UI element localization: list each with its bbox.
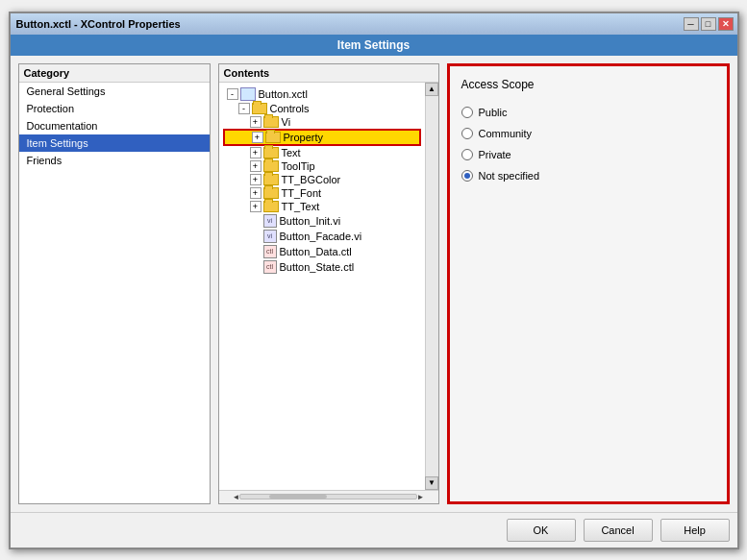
radio-not-specified[interactable]: Not specified [461,170,715,182]
folder-icon-text [263,147,279,158]
category-panel: Category General Settings Protection Doc… [18,63,211,504]
vi-icon-facade: vi [263,230,277,243]
expand-tt-text[interactable]: + [250,201,261,212]
tree-item-button-init[interactable]: vi Button_Init.vi [223,213,421,229]
tree-item-text[interactable]: + Text [223,146,421,159]
tree-label-button-state: Button_State.ctl [280,261,355,273]
minimize-button[interactable]: ─ [684,17,699,31]
category-list: General Settings Protection Documentatio… [19,83,210,503]
contents-panel: Contents - Button.xctl - Controls [218,63,439,504]
radio-label-not-specified: Not specified [479,170,540,182]
access-scope-panel: Access Scope Public Community Private No… [447,63,730,504]
contents-header: Contents [219,64,438,83]
tree-label-text: Text [282,147,301,158]
scrollbar-thumb [269,495,327,499]
tree-item-tt-bgcolor[interactable]: + TT_BGColor [223,173,421,186]
expand-text[interactable]: + [250,147,261,158]
root-icon [240,87,256,101]
ctl-icon-data: ctl [263,245,277,258]
placeholder-init [250,215,261,227]
folder-icon-tt-text [263,201,279,212]
scrollbar-track [239,494,416,499]
tree-item-tooltip[interactable]: + ToolTip [223,159,421,173]
tree-item-tt-text[interactable]: + TT_Text [223,200,421,213]
folder-icon-tt-font [263,187,279,199]
access-scope-radio-group: Public Community Private Not specified [461,107,715,182]
folder-icon-vi [263,116,279,128]
radio-label-community: Community [479,128,533,139]
radio-community[interactable]: Community [461,128,715,139]
tab-header: Item Settings [11,35,737,56]
radio-label-private: Private [479,149,511,160]
placeholder-facade [250,231,261,242]
footer-bar: OK Cancel Help [11,512,737,548]
access-scope-title: Access Scope [461,78,715,91]
category-item-protection[interactable]: Protection [19,100,210,117]
expand-tooltip[interactable]: + [250,160,261,172]
category-item-documentation[interactable]: Documentation [19,117,210,134]
tree-label-controls: Controls [270,103,310,114]
category-item-general[interactable]: General Settings [19,83,210,100]
main-window: Button.xctl - XControl Properties ─ □ ✕ … [9,12,739,549]
tree-horizontal-scrollbar[interactable]: ◄ ► [219,490,438,503]
cancel-button[interactable]: Cancel [584,519,653,542]
tree-label-button-data: Button_Data.ctl [280,246,352,257]
ok-button[interactable]: OK [507,519,576,542]
category-item-item-settings[interactable]: Item Settings [19,134,210,152]
tree-label-tooltip: ToolTip [282,160,315,172]
close-button[interactable]: ✕ [718,17,734,31]
ctl-icon-state: ctl [263,260,277,274]
title-bar-buttons: ─ □ ✕ [684,17,734,31]
scroll-left-button[interactable]: ◄ [233,493,240,501]
tree-item-button-facade[interactable]: vi Button_Facade.vi [223,229,421,244]
tree-area: - Button.xctl - Controls + Vi [219,83,425,490]
expand-tt-font[interactable]: + [250,187,261,199]
vi-icon-init: vi [263,214,277,228]
window-title: Button.xctl - XControl Properties [14,18,181,30]
folder-icon-controls [252,103,267,114]
scroll-track-vertical [426,96,438,476]
expand-vi[interactable]: + [250,116,261,128]
tree-item-vi[interactable]: + Vi [223,115,421,129]
scroll-right-button[interactable]: ► [417,493,425,501]
tree-label-property: Property [284,132,324,143]
placeholder-data [250,246,261,257]
folder-icon-tooltip [263,160,279,172]
tree-label-button-init: Button_Init.vi [280,215,341,227]
expand-controls[interactable]: - [238,103,250,114]
radio-btn-community[interactable] [461,128,473,139]
tab-title: Item Settings [337,38,410,52]
scroll-down-button[interactable]: ▼ [425,476,438,490]
tree-item-property[interactable]: + Property [223,129,421,146]
tree-item-controls[interactable]: - Controls [223,102,421,115]
tree-item-button-data[interactable]: ctl Button_Data.ctl [223,244,421,259]
help-button[interactable]: Help [660,519,730,542]
tree-item-root[interactable]: - Button.xctl [223,86,421,102]
tree-label-tt-text: TT_Text [282,201,320,212]
radio-btn-public[interactable] [461,107,473,118]
tree-label-tt-font: TT_Font [282,187,322,199]
expand-property[interactable]: + [252,132,263,143]
maximize-button[interactable]: □ [701,17,716,31]
category-item-friends[interactable]: Friends [19,152,210,169]
radio-btn-private[interactable] [461,149,473,160]
radio-public[interactable]: Public [461,107,715,118]
expand-tt-bgcolor[interactable]: + [250,174,261,185]
tree-label-root: Button.xctl [259,88,308,100]
tree-vertical-scrollbar[interactable]: ▲ ▼ [425,83,438,490]
tree-item-tt-font[interactable]: + TT_Font [223,186,421,200]
folder-icon-property [265,132,281,143]
radio-private[interactable]: Private [461,149,715,160]
placeholder-state [250,261,261,273]
scroll-up-button[interactable]: ▲ [425,83,438,96]
content-area: Category General Settings Protection Doc… [11,56,737,512]
tree-label-tt-bgcolor: TT_BGColor [282,174,341,185]
tree-label-vi: Vi [282,116,291,128]
expand-root[interactable]: - [227,88,238,100]
tree-wrapper: - Button.xctl - Controls + Vi [219,83,438,490]
tree-item-button-state[interactable]: ctl Button_State.ctl [223,259,421,275]
radio-btn-not-specified[interactable] [461,170,473,182]
radio-label-public: Public [479,107,508,118]
category-header: Category [19,64,210,83]
title-bar: Button.xctl - XControl Properties ─ □ ✕ [11,13,737,35]
